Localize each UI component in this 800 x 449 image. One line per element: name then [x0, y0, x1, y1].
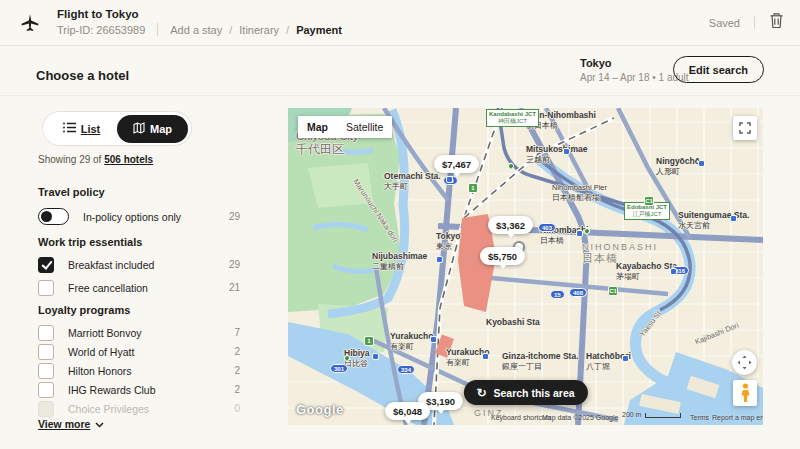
list-view-button[interactable]: List	[46, 115, 117, 143]
in-policy-filter-row: In-policy options only 29	[38, 208, 240, 225]
map-label: Mitsukoshimae三越前	[526, 145, 587, 164]
choice-label: Choice Privileges	[68, 403, 149, 415]
metro-icon	[622, 355, 629, 362]
map-label: Nijubashimae二重橋前	[372, 252, 427, 271]
pegman-icon[interactable]	[733, 380, 757, 406]
filter-row-choice: Choice Privileges 0	[38, 400, 240, 417]
map-label: Kyobashi Sta	[486, 318, 540, 328]
map-type-satellite[interactable]: Satellite	[337, 121, 392, 133]
search-this-area-button[interactable]: ↻ Search this area	[463, 380, 587, 405]
trip-title: Flight to Tokyo	[57, 8, 342, 20]
road-shield: 408	[569, 288, 587, 297]
choice-count: 0	[234, 403, 240, 414]
marriott-label: Marriott Bonvoy	[68, 327, 142, 339]
pan-control[interactable]	[732, 350, 757, 375]
hyatt-label: World of Hyatt	[68, 346, 134, 358]
map-label: Suitengumae Sta.水天宮前	[678, 211, 749, 230]
results-summary: Showing 29 of 506 hotels	[38, 154, 153, 165]
road-shield: 403	[538, 223, 556, 232]
filter-row-hyatt: World of Hyatt 2	[38, 343, 240, 360]
expressway-shield: 1	[468, 183, 478, 193]
hotel-price-pin[interactable]: $3,362	[488, 216, 533, 234]
hotel-map[interactable]: Map Satellite Chiyoda City千代田区 Otemachi …	[288, 108, 763, 425]
edit-search-button[interactable]: Edit search	[673, 56, 764, 83]
hyatt-checkbox[interactable]	[38, 344, 54, 360]
page-title: Choose a hotel	[36, 68, 129, 83]
expressway-shield: C1	[608, 286, 618, 296]
metro-icon	[730, 215, 737, 222]
loyalty-title: Loyalty programs	[38, 304, 130, 316]
expressway-shield: 1	[364, 336, 374, 346]
metro-icon	[698, 160, 705, 167]
breakfast-checkbox[interactable]	[38, 257, 54, 273]
breadcrumb-itinerary[interactable]: Itinerary	[239, 24, 279, 36]
terms-link[interactable]: Terms	[690, 414, 709, 421]
metro-icon	[670, 268, 677, 275]
fullscreen-button[interactable]	[733, 116, 757, 140]
map-label: Tokyo東京	[436, 232, 460, 251]
breakfast-count: 29	[229, 259, 240, 270]
map-label: Nihombashi Pier日本橋船着場	[552, 184, 607, 202]
hotel-price-pin[interactable]: $5,750	[480, 247, 525, 265]
metro-icon	[563, 148, 570, 155]
map-type-map[interactable]: Map	[298, 121, 337, 133]
cancellation-label: Free cancellation	[68, 282, 148, 294]
breadcrumb-payment[interactable]: Payment	[296, 24, 342, 36]
ihg-checkbox[interactable]	[38, 382, 54, 398]
scale-bar	[645, 413, 681, 418]
trash-icon[interactable]	[769, 12, 784, 33]
hotel-price-pin[interactable]: $7,467	[434, 155, 479, 173]
expressway-shield: C1	[644, 196, 654, 206]
ihg-label: IHG Rewards Club	[68, 384, 156, 396]
map-label: Ningyōchō人形町	[656, 157, 700, 176]
ihg-count: 2	[234, 384, 240, 395]
filter-row-hilton: Hilton Honors 2	[38, 362, 240, 379]
results-total-link[interactable]: 506 hotels	[104, 154, 153, 165]
chevron-down-icon	[95, 418, 104, 430]
list-view-label: List	[81, 123, 101, 135]
saved-status: Saved	[709, 17, 740, 29]
breadcrumb-separator: /	[286, 24, 289, 36]
refresh-icon: ↻	[476, 386, 486, 400]
hyatt-count: 2	[234, 346, 240, 357]
report-map-error-link[interactable]: Report a map error	[712, 414, 763, 421]
in-policy-toggle[interactable]	[38, 208, 69, 225]
map-type-control: Map Satellite	[298, 116, 392, 138]
hotel-price-pin[interactable]: $6,048	[385, 402, 430, 420]
view-more-label: View more	[38, 418, 90, 430]
toggle-knob	[41, 211, 52, 222]
metro-icon	[430, 336, 437, 343]
breadcrumb-add-a-stay[interactable]: Add a stay	[170, 24, 222, 36]
road-shield: 334	[397, 365, 415, 374]
map-data-attribution: Map data ©2025 Google	[542, 414, 618, 421]
in-policy-label: In-policy options only	[83, 211, 181, 223]
metro-icon	[482, 353, 489, 360]
cancellation-checkbox[interactable]	[38, 280, 54, 296]
map-label: Otemachi Sta.大手町	[384, 172, 441, 191]
travel-policy-title: Travel policy	[38, 186, 105, 198]
subheader: Choose a hotel Tokyo Apr 14 – Apr 18 • 1…	[0, 46, 800, 96]
filters-sidebar: List Map Showing 29 of 506 hotels Travel…	[38, 108, 240, 438]
map-view-button[interactable]: Map	[117, 115, 188, 143]
metro-icon	[436, 256, 443, 263]
metro-icon	[446, 176, 453, 183]
map-view-label: Map	[150, 123, 172, 135]
trip-id: Trip-ID: 26653989	[57, 24, 145, 36]
metro-icon	[372, 353, 379, 360]
hilton-count: 2	[234, 365, 240, 376]
top-header: Flight to Tokyo Trip-ID: 26653989 Add a …	[0, 0, 800, 46]
marriott-checkbox[interactable]	[38, 325, 54, 341]
filter-row-cancellation: Free cancellation 21	[38, 279, 240, 296]
map-scale: 200 m	[622, 411, 681, 418]
hilton-checkbox[interactable]	[38, 363, 54, 379]
in-policy-count: 29	[229, 211, 240, 222]
map-label: Yurakucho有楽町	[390, 332, 433, 351]
divider	[157, 23, 158, 36]
work-trip-title: Work trip essentials	[38, 236, 142, 248]
cancellation-count: 21	[229, 282, 240, 293]
view-toggle: List Map	[42, 111, 192, 146]
divider	[754, 16, 755, 29]
list-icon	[63, 122, 76, 135]
view-more-link[interactable]: View more	[38, 418, 104, 430]
map-icon	[133, 122, 145, 136]
